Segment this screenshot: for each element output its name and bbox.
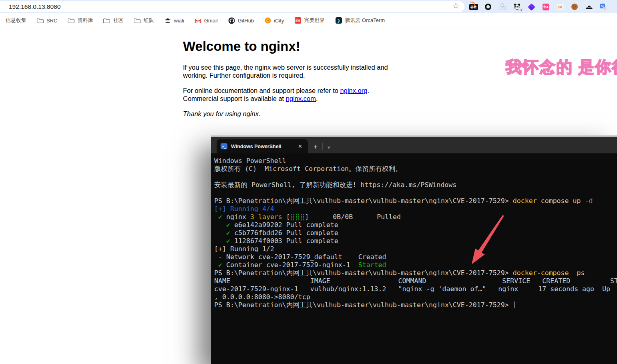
nginx-page: Welcome to nginx! If you see this page, … [183, 39, 395, 126]
bookmark-item-icity[interactable]: iCity [264, 17, 284, 24]
bookmark-item-完美世界[interactable]: 起点完美世界 [294, 17, 325, 24]
terminal-line: ✔ nginx 3 layers [⣿⣿⣿] 0B/0B Pulled [214, 213, 617, 221]
bookmark-label: 资料库 [77, 17, 93, 24]
bookmark-label: 腾讯云 OrcaTerm [345, 17, 385, 24]
terminal-line: 版权所有 (C) Microsoft Corporation。保留所有权利。 [214, 165, 617, 173]
bookmarks-bar: 信息收集SRC资料库社区红队wialiGmailGitHubiCity起点完美世… [0, 13, 617, 28]
black-ring-extension-icon[interactable] [484, 2, 492, 11]
p2-line2-period: . [316, 95, 318, 102]
spy-icon [164, 17, 171, 24]
tab-dropdown-icon[interactable]: ˅ [328, 145, 330, 150]
terminal-line: PS B:\Penetration\内网工具\vulhub-master\vul… [214, 269, 617, 277]
extensions-bar: 谷歌3中AIPG文 [469, 2, 608, 12]
panda-extension-icon[interactable]: 3 [512, 2, 521, 11]
orca-icon: ❯ [335, 17, 342, 24]
tab-close-icon[interactable]: ✕ [296, 143, 304, 150]
terminal-line: Windows PowerShell [214, 157, 617, 165]
bookmark-label: 社区 [113, 17, 123, 24]
bookmark-label: iCity [274, 18, 284, 24]
bookmark-label: GitHub [238, 18, 254, 24]
terminal-line: ✔ c5b776fbdd26 Pull complete [214, 229, 617, 237]
browser-toolbar: 192.168.0.13:8080 ☆ 谷歌3中AIPG文 [0, 0, 617, 13]
url-text[interactable]: 192.168.0.13:8080 [9, 3, 60, 10]
terminal-line: - Network cve-2017-7529_default Created [214, 253, 617, 261]
terminal-line: PS B:\Penetration\内网工具\vulhub-master\vul… [214, 197, 617, 205]
bookmark-item-资料库[interactable]: 资料库 [68, 17, 93, 24]
terminal-line: ✔ 1128674f0003 Pull complete [214, 237, 617, 245]
terminal-line: NAME IMAGE COMMAND SERVICE CREATED STATU… [214, 277, 617, 285]
terminal-tab-title: Windows PowerShell [231, 144, 293, 149]
bookmark-label: SRC [46, 18, 57, 24]
folder-icon [103, 17, 110, 24]
bookmark-star-icon[interactable]: ☆ [452, 1, 459, 10]
terminal-line: 安装最新的 PowerShell, 了解新功能和改进! https://aka.… [214, 181, 617, 189]
bookmark-item-github[interactable]: GitHub [228, 17, 254, 24]
p2-line1-period: . [367, 87, 369, 94]
nginx-org-link[interactable]: nginx.org [340, 87, 368, 94]
terminal-tab-powershell[interactable]: >_ Windows PowerShell ✕ [217, 139, 308, 153]
bookmark-item-信息收集[interactable]: 信息收集 [6, 17, 26, 24]
gmail-icon [195, 17, 201, 24]
bookmark-item-腾讯云-orcaterm[interactable]: ❯腾讯云 OrcaTerm [335, 17, 385, 24]
terminal-cursor [514, 302, 515, 308]
url-field[interactable]: 192.168.0.13:8080 [0, 1, 464, 12]
bookmark-item-红队[interactable]: 红队 [134, 17, 154, 24]
p1-line1: If you see this page, the nginx web serv… [183, 64, 388, 71]
p2-line2-text: Commercial support is available at [183, 95, 286, 102]
p2-line1-text: For online documentation and support ple… [183, 87, 340, 94]
bookmark-item-gmail[interactable]: Gmail [195, 17, 218, 24]
terminal-line: [+] Running 1/2 [214, 245, 617, 253]
bookmark-label: Gmail [204, 18, 218, 24]
bookmark-label: 红队 [143, 17, 154, 24]
page-title: Welcome to nginx! [183, 39, 395, 54]
bookmark-item-src[interactable]: SRC [37, 17, 57, 24]
github-icon [228, 17, 235, 24]
terminal-line: ✔ Container cve-2017-7529-nginx-1 Starte… [214, 261, 617, 269]
terminal-window: >_ Windows PowerShell ✕ + ˅ Windows Powe… [211, 135, 617, 364]
qidian-icon: 起点 [294, 17, 301, 24]
proxy-circles-extension-icon[interactable] [498, 2, 507, 11]
icity-icon [264, 17, 271, 24]
bookmark-label: 完美世界 [304, 17, 325, 24]
terminal-line [214, 189, 617, 197]
google-translate-extension-icon[interactable]: G文 [599, 2, 608, 11]
folder-icon [37, 17, 44, 24]
lyric-overlay: 我怀念的 是你很激 [506, 56, 617, 78]
powershell-icon: >_ [221, 143, 227, 149]
guge-translate-extension-icon[interactable]: 谷歌 [469, 2, 478, 11]
new-tab-button[interactable]: + [314, 143, 318, 151]
terminal-output[interactable]: Windows PowerShell版权所有 (C) Microsoft Cor… [211, 153, 617, 364]
terminal-line: , 0.0.0.0:8080->8080/tcp [214, 293, 617, 301]
hat-whoer-extension-icon[interactable] [585, 2, 593, 11]
bookmark-item-社区[interactable]: 社区 [103, 17, 123, 24]
tabbar-divider [322, 143, 323, 150]
nginx-paragraph-1: If you see this page, the nginx web serv… [183, 64, 395, 79]
folder-icon [134, 17, 141, 24]
bookmark-label: wiali [174, 18, 184, 24]
terminal-line: ✔ e6e142a99202 Pull complete [214, 221, 617, 229]
extension-badge: 3 [519, 8, 523, 12]
terminal-line: PS B:\Penetration\内网工具\vulhub-master\vul… [214, 301, 617, 309]
screen: { "browser": { "url": "192.168.0.13:8080… [0, 0, 617, 364]
p1-line2: working. Further configuration is requir… [183, 72, 305, 79]
nginx-com-link[interactable]: nginx.com [286, 95, 316, 102]
ip-lookup-extension-icon[interactable]: IP [556, 2, 565, 11]
terminal-tabbar: >_ Windows PowerShell ✕ + ˅ [211, 137, 617, 153]
bookmark-label: 信息收集 [6, 17, 26, 24]
zh-a-translate-extension-icon[interactable]: 中A [541, 2, 550, 11]
cookie-editor-extension-icon[interactable] [570, 2, 579, 11]
bookmark-item-wiali[interactable]: wiali [164, 17, 184, 24]
nginx-thanks: Thank you for using nginx. [183, 110, 395, 118]
folder-icon [68, 17, 74, 24]
purple-diamond-extension-icon[interactable] [527, 2, 536, 11]
terminal-line [214, 173, 617, 181]
nginx-paragraph-2: For online documentation and support ple… [183, 87, 395, 103]
terminal-line: cve-2017-7529-nginx-1 vulhub/nginx:1.13.… [214, 285, 617, 293]
terminal-line: [+] Running 4/4 [214, 205, 617, 213]
